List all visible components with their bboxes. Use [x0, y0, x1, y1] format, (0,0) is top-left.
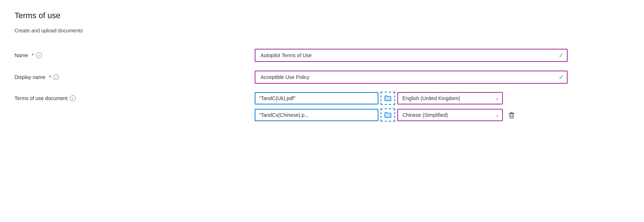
page-title: Terms of use [15, 11, 629, 20]
file-input-0[interactable] [255, 92, 378, 104]
display-name-row: Display name * i ✓ [15, 66, 629, 88]
file-browse-btn-0[interactable] [381, 92, 395, 105]
name-required-star: * [32, 52, 33, 58]
name-label-group: Name * i [15, 52, 255, 58]
delete-entry-btn-1[interactable] [505, 108, 518, 122]
name-info-icon[interactable]: i [36, 52, 42, 58]
page-subtitle: Create and upload documents [15, 28, 629, 33]
display-name-input-wrapper: ✓ [255, 71, 568, 84]
folder-icon-1 [384, 111, 391, 119]
language-select-1[interactable]: Chinese (Simplified) English (United Kin… [397, 109, 503, 121]
lang-select-wrapper-0: English (United Kingdom) English (United… [397, 92, 503, 104]
name-input-wrapper: ✓ [255, 49, 568, 62]
display-name-input[interactable] [255, 71, 568, 84]
display-name-label-text: Display name [15, 74, 45, 80]
terms-doc-row: Terms of use document i English (United … [15, 88, 629, 125]
terms-doc-label-group: Terms of use document i [15, 92, 255, 101]
doc-entries-container: English (United Kingdom) English (United… [255, 92, 568, 122]
name-input[interactable] [255, 49, 568, 62]
display-name-field-wrapper: ✓ [255, 71, 568, 84]
doc-entry-1: Chinese (Simplified) English (United Kin… [255, 108, 568, 122]
doc-entry-0: English (United Kingdom) English (United… [255, 92, 568, 105]
svg-rect-0 [510, 112, 513, 113]
display-name-info-icon[interactable]: i [53, 74, 59, 80]
display-name-check-icon: ✓ [558, 73, 564, 81]
name-label-text: Name [15, 52, 28, 58]
terms-doc-info-icon[interactable]: i [70, 95, 76, 101]
display-name-label-group: Display name * i [15, 74, 255, 80]
form-container: Name * i ✓ Display name * i ✓ Terms of u… [15, 44, 629, 125]
folder-icon-0 [384, 95, 391, 102]
display-name-required-star: * [49, 74, 51, 80]
language-select-0[interactable]: English (United Kingdom) English (United… [397, 92, 503, 104]
name-field-wrapper: ✓ [255, 49, 568, 62]
trash-icon-1 [508, 111, 516, 119]
name-row: Name * i ✓ [15, 44, 629, 66]
lang-select-wrapper-1: Chinese (Simplified) English (United Kin… [397, 109, 503, 121]
name-check-icon: ✓ [558, 51, 564, 59]
terms-doc-label-text: Terms of use document [15, 95, 68, 101]
file-input-1[interactable] [255, 109, 378, 121]
file-browse-btn-1[interactable] [381, 108, 395, 122]
